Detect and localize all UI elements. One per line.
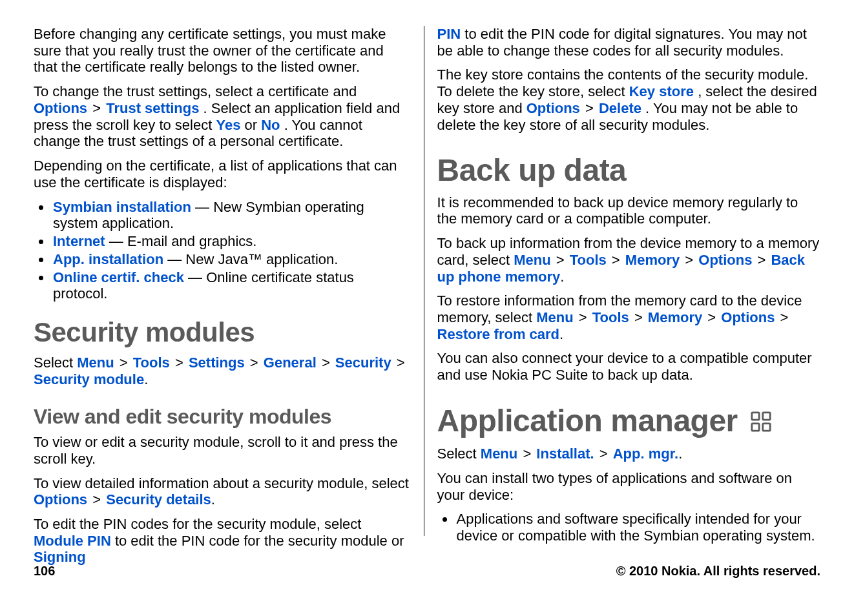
- menu-link: Menu: [536, 309, 573, 325]
- text: — New Java™ application.: [167, 251, 338, 267]
- trust-settings-link: Trust settings: [106, 100, 199, 116]
- ve-p3: To edit the PIN codes for the security m…: [34, 516, 411, 566]
- sep-gt: >: [756, 252, 771, 268]
- sep-gt: >: [320, 354, 335, 371]
- am-list: Applications and software specifically i…: [437, 511, 820, 544]
- cert-warning: Before changing any certificate settings…: [34, 26, 411, 76]
- security-module-link: Security module: [34, 371, 144, 387]
- page-number: 106: [34, 564, 55, 579]
- text: — E-mail and graphics.: [109, 233, 257, 249]
- sep-gt: >: [610, 252, 625, 268]
- right-column: PIN to edit the PIN code for digital sig…: [424, 26, 820, 536]
- copyright: © 2010 Nokia. All rights reserved.: [616, 564, 820, 579]
- cert-app-list: Symbian installation — New Symbian opera…: [34, 199, 411, 302]
- text: to edit the PIN code for digital signatu…: [437, 26, 807, 59]
- symbian-install-link: Symbian installation: [53, 199, 191, 215]
- yes-link: Yes: [216, 117, 240, 133]
- tools-link: Tools: [592, 309, 629, 325]
- sep-gt: >: [683, 252, 698, 268]
- manual-page: Before changing any certificate settings…: [0, 0, 854, 616]
- online-cert-link: Online certif. check: [53, 269, 184, 285]
- svg-rect-0: [751, 413, 758, 420]
- text: To view detailed information about a sec…: [34, 475, 409, 491]
- restore-from-card-link: Restore from card: [437, 326, 560, 342]
- options-link: Options: [698, 252, 752, 268]
- security-link: Security: [335, 354, 391, 371]
- list-item: Applications and software specifically i…: [455, 511, 820, 544]
- trust-settings-para: To change the trust settings, select a c…: [34, 83, 411, 150]
- sep-gt: >: [555, 252, 570, 268]
- am-path: Select Menu > Installat. > App. mgr..: [437, 446, 820, 462]
- list-item: Online certif. check — Online certificat…: [52, 269, 411, 302]
- heading-security-modules: Security modules: [34, 316, 411, 348]
- text: Select: [34, 354, 77, 371]
- sep-gt: >: [598, 446, 613, 462]
- text: To change the trust settings, select a c…: [34, 83, 357, 99]
- security-details-link: Security details: [106, 491, 211, 508]
- bu-p1: It is recommended to back up device memo…: [437, 194, 820, 227]
- page-footer: 106 © 2010 Nokia. All rights reserved.: [34, 564, 820, 579]
- sep-gt: >: [249, 354, 264, 371]
- sep-gt: >: [706, 309, 721, 325]
- installat-link: Installat.: [536, 446, 594, 462]
- ve-p1: To view or edit a security module, scrol…: [34, 434, 411, 467]
- keystore-para: The key store contains the contents of t…: [437, 67, 820, 133]
- app-install-link: App. installation: [53, 251, 163, 267]
- sep-gt: >: [521, 446, 536, 462]
- am-p2: You can install two types of application…: [437, 470, 820, 503]
- bu-p3: To restore information from the memory c…: [437, 293, 820, 342]
- bu-p4: You can also connect your device to a co…: [437, 350, 820, 383]
- ve-p2: To view detailed information about a sec…: [34, 475, 411, 508]
- options-link: Options: [34, 491, 87, 508]
- options-link: Options: [721, 309, 775, 325]
- sep-gt: >: [174, 354, 189, 371]
- sep-gt: >: [584, 100, 599, 116]
- text: or: [245, 117, 262, 133]
- options-link: Options: [34, 100, 87, 116]
- two-column-layout: Before changing any certificate settings…: [0, 0, 854, 536]
- list-item: Internet — E-mail and graphics.: [52, 233, 411, 250]
- tools-link: Tools: [133, 354, 170, 371]
- memory-link: Memory: [625, 252, 680, 268]
- module-pin-link: Module PIN: [34, 533, 111, 549]
- pin-link: PIN: [437, 26, 461, 42]
- app-manager-icon: [750, 404, 772, 440]
- heading-application-manager: Application manager: [437, 403, 820, 440]
- text: Select: [437, 446, 481, 462]
- svg-rect-2: [751, 424, 758, 431]
- list-item: Symbian installation — New Symbian opera…: [52, 199, 411, 232]
- signing-link: Signing: [34, 549, 86, 565]
- svg-rect-3: [762, 424, 769, 431]
- sep-gt: >: [91, 100, 106, 116]
- app-mgr-link: App. mgr.: [613, 446, 678, 462]
- menu-link: Menu: [481, 446, 517, 462]
- no-link: No: [261, 117, 280, 133]
- signing-pin-para: PIN to edit the PIN code for digital sig…: [437, 26, 820, 59]
- general-link: General: [264, 354, 317, 371]
- internet-link: Internet: [53, 233, 105, 249]
- tools-link: Tools: [570, 252, 607, 268]
- text: Applications and software specifically i…: [457, 511, 815, 544]
- text: to edit the PIN code for the security mo…: [115, 533, 404, 549]
- memory-link: Memory: [648, 309, 702, 325]
- delete-link: Delete: [599, 100, 641, 116]
- sep-gt: >: [91, 491, 106, 508]
- menu-link: Menu: [514, 252, 550, 268]
- heading-view-edit: View and edit security modules: [34, 405, 411, 429]
- sep-gt: >: [633, 309, 648, 325]
- key-store-link: Key store: [629, 83, 694, 99]
- options-link: Options: [526, 100, 580, 116]
- sep-gt: >: [118, 354, 133, 371]
- svg-rect-1: [762, 413, 769, 420]
- menu-link: Menu: [77, 354, 114, 371]
- sep-gt: >: [779, 309, 790, 325]
- list-item: App. installation — New Java™ applicatio…: [52, 251, 411, 268]
- heading-text: Application manager: [437, 404, 738, 438]
- left-column: Before changing any certificate settings…: [34, 26, 411, 536]
- text: To edit the PIN codes for the security m…: [34, 516, 361, 532]
- sep-gt: >: [395, 354, 406, 371]
- sm-path: Select Menu > Tools > Settings > General…: [34, 354, 411, 387]
- depending-para: Depending on the certificate, a list of …: [34, 158, 411, 190]
- bu-p2: To back up information from the device m…: [437, 235, 820, 285]
- sep-gt: >: [578, 309, 592, 325]
